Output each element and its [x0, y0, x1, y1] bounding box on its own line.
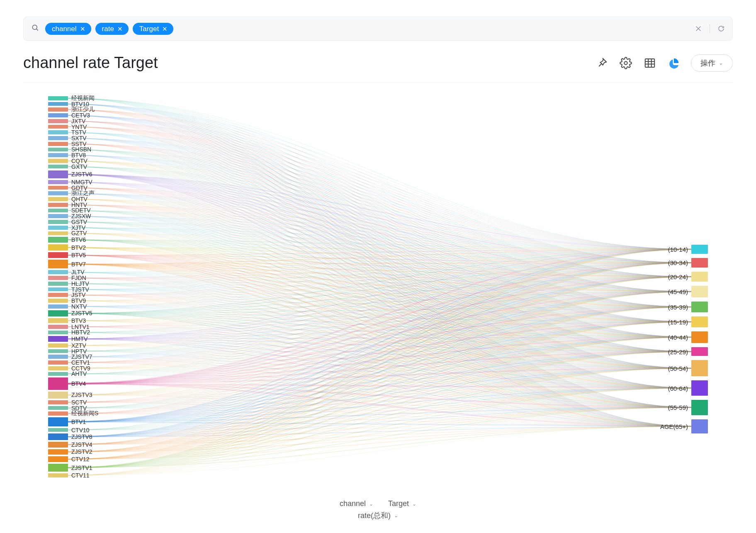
sankey-node-left[interactable]	[48, 226, 68, 230]
sankey-node-left[interactable]	[48, 119, 68, 123]
axis-row-bottom: rate(总和)⌄	[0, 511, 756, 521]
sankey-node-left[interactable]	[48, 153, 68, 157]
axis-picker[interactable]: channel⌄	[340, 499, 373, 508]
sankey-node-left[interactable]	[48, 372, 68, 376]
sankey-node-left[interactable]	[48, 456, 68, 462]
sankey-node-left[interactable]	[48, 148, 68, 152]
sankey-node-left[interactable]	[48, 411, 68, 416]
sankey-node-left-label: 经视新闻S	[71, 410, 98, 417]
search-tag-label: rate	[102, 25, 114, 32]
sankey-node-left[interactable]	[48, 142, 68, 146]
sankey-node-left[interactable]	[48, 406, 68, 410]
sankey-node-left[interactable]	[48, 203, 68, 207]
sankey-node-right[interactable]	[691, 331, 708, 343]
sankey-node-left-label: ZJSTV5	[71, 310, 92, 316]
sankey-node-left[interactable]	[48, 214, 68, 218]
sankey-node-left[interactable]	[48, 186, 68, 190]
sankey-node-left-label: GXTV	[71, 163, 87, 170]
sankey-node-left[interactable]	[48, 113, 68, 117]
sankey-node-left[interactable]	[48, 191, 68, 195]
chart-icon[interactable]	[667, 56, 681, 70]
sankey-node-left[interactable]	[48, 237, 68, 243]
sankey-node-right-label: (55-59)	[655, 404, 688, 411]
sankey-node-left[interactable]	[48, 336, 68, 342]
sankey-node-left[interactable]	[48, 433, 68, 440]
actions-button[interactable]: 操作 ⌄	[691, 54, 733, 72]
sankey-node-left[interactable]	[48, 244, 68, 251]
sankey-node-left[interactable]	[48, 473, 68, 477]
search-tag[interactable]: rate✕	[95, 23, 129, 35]
sankey-node-right[interactable]	[691, 245, 708, 254]
search-icon[interactable]	[31, 24, 39, 34]
sankey-node-left[interactable]	[48, 159, 68, 163]
sankey-node-left[interactable]	[48, 209, 68, 213]
sankey-node-left[interactable]	[48, 96, 68, 100]
sankey-node-left-label: BTV6	[71, 236, 86, 243]
sankey-node-left[interactable]	[48, 464, 68, 472]
sankey-node-left[interactable]	[48, 449, 68, 455]
sankey-node-left[interactable]	[48, 276, 68, 280]
svg-rect-5	[645, 59, 655, 67]
svg-point-0	[32, 25, 37, 29]
sankey-node-left[interactable]	[48, 442, 68, 448]
sankey-node-left[interactable]	[48, 355, 68, 359]
sankey-node-right[interactable]	[691, 258, 708, 268]
close-icon[interactable]: ✕	[117, 26, 123, 32]
sankey-node-left[interactable]	[48, 331, 68, 335]
sankey-node-left[interactable]	[48, 400, 68, 404]
sankey-node-left[interactable]	[48, 325, 68, 329]
pin-icon[interactable]	[595, 56, 609, 70]
sankey-node-right[interactable]	[691, 302, 708, 312]
sankey-node-left[interactable]	[48, 318, 68, 323]
sankey-node-left[interactable]	[48, 260, 68, 268]
sankey-node-left[interactable]	[48, 125, 68, 129]
refresh-icon[interactable]	[717, 25, 725, 32]
sankey-node-left[interactable]	[48, 165, 68, 169]
gear-icon[interactable]	[619, 56, 633, 70]
sankey-node-right[interactable]	[691, 286, 708, 297]
sankey-node-left[interactable]	[48, 349, 68, 353]
sankey-node-left[interactable]	[48, 287, 68, 292]
sankey-node-right[interactable]	[691, 419, 708, 434]
clear-search-icon[interactable]	[695, 25, 702, 32]
search-tag[interactable]: channel✕	[45, 23, 91, 35]
sankey-node-left[interactable]	[48, 377, 68, 389]
sankey-node-left[interactable]	[48, 130, 68, 134]
table-icon[interactable]	[643, 56, 657, 70]
sankey-node-left[interactable]	[48, 428, 68, 432]
axis-picker[interactable]: Target⌄	[388, 499, 416, 508]
sankey-node-left[interactable]	[48, 252, 68, 258]
sankey-node-right[interactable]	[691, 400, 708, 415]
sankey-node-left[interactable]	[48, 107, 68, 112]
sankey-node-right[interactable]	[691, 360, 708, 376]
sankey-node-left[interactable]	[48, 270, 68, 274]
sankey-node-left[interactable]	[48, 417, 68, 426]
sankey-node-right[interactable]	[691, 316, 708, 327]
sankey-node-left[interactable]	[48, 304, 68, 309]
sankey-node-left[interactable]	[48, 170, 68, 178]
sankey-node-left-label: BTV7	[71, 261, 86, 268]
sankey-node-right-label: (60-64)	[655, 385, 688, 392]
close-icon[interactable]: ✕	[80, 26, 85, 32]
sankey-node-right[interactable]	[691, 272, 708, 282]
sankey-node-left[interactable]	[48, 343, 68, 348]
sankey-node-left[interactable]	[48, 180, 68, 184]
sankey-node-left[interactable]	[48, 197, 68, 201]
sankey-node-left[interactable]	[48, 220, 68, 224]
sankey-node-left[interactable]	[48, 392, 68, 399]
sankey-node-left[interactable]	[48, 366, 68, 370]
sankey-node-left[interactable]	[48, 293, 68, 297]
search-tag[interactable]: Target✕	[133, 23, 173, 35]
sankey-node-left[interactable]	[48, 102, 68, 106]
sankey-node-right[interactable]	[691, 347, 708, 356]
sankey-node-left[interactable]	[48, 282, 68, 286]
axis-picker[interactable]: rate(总和)⌄	[358, 511, 398, 521]
sankey-node-left[interactable]	[48, 310, 68, 317]
close-icon[interactable]: ✕	[162, 26, 168, 32]
sankey-node-left[interactable]	[48, 136, 68, 140]
sankey-node-left[interactable]	[48, 360, 68, 365]
sankey-node-right[interactable]	[691, 380, 708, 396]
sankey-node-left[interactable]	[48, 231, 68, 236]
sankey-node-left-label: BTV1	[71, 419, 86, 425]
sankey-node-left[interactable]	[48, 299, 68, 303]
